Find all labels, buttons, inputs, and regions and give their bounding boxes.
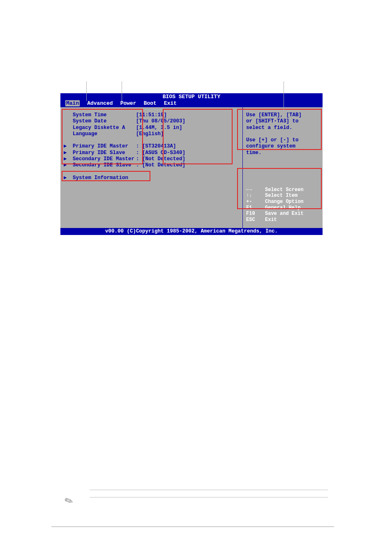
menu-tab-advanced[interactable]: Advanced	[87, 100, 113, 106]
callout-box-submenu	[62, 171, 150, 181]
callout-line	[122, 81, 122, 101]
callout-box-values	[163, 109, 233, 164]
callout-line	[284, 81, 284, 127]
pen-icon: ✎	[62, 492, 75, 509]
nav-key-desc: Exit	[265, 217, 319, 223]
nav-key-desc: Save and Exit	[265, 211, 319, 217]
menu-tab-exit[interactable]: Exit	[164, 100, 177, 106]
callout-box-configuration-fields	[62, 109, 143, 164]
menu-tab-boot[interactable]: Boot	[144, 100, 157, 106]
callout-line	[108, 220, 109, 226]
callout-line	[86, 81, 87, 101]
menu-tab-power[interactable]: Power	[120, 100, 136, 106]
callout-line	[281, 220, 281, 226]
note-block: ✎	[57, 490, 328, 497]
nav-key: ESC	[246, 217, 261, 223]
nav-key: F10	[246, 211, 261, 217]
menu-tab-main[interactable]: Main	[65, 100, 80, 106]
callout-box-help-general	[237, 109, 322, 150]
copyright-footer: v00.00 (C)Copyright 1985-2002, American …	[60, 228, 323, 235]
callout-box-navigation-keys	[237, 168, 322, 209]
horizontal-rule	[51, 526, 334, 527]
